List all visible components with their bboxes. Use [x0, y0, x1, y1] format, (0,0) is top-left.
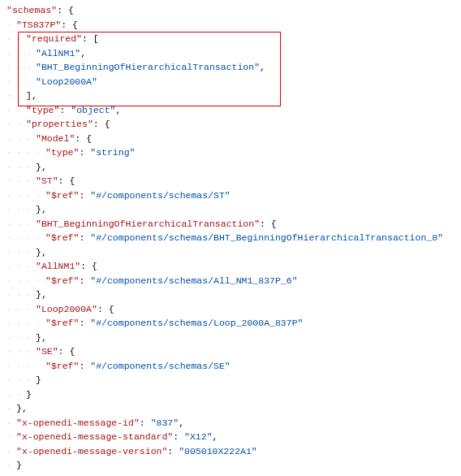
code-line: ···"Loop2000A" [0, 75, 461, 89]
json-string: "837" [151, 418, 179, 428]
code-line: ··], [0, 89, 461, 103]
code-line: ···}, [0, 160, 461, 175]
json-key: "schemas" [6, 5, 57, 15]
json-key: "required" [26, 33, 82, 44]
json-key: "properties" [26, 119, 93, 129]
code-line: ···"ST": { [0, 174, 461, 188]
json-key: "$ref" [45, 275, 79, 286]
json-key: "x-openedi-message-standard" [16, 431, 173, 442]
code-line: ···}, [0, 245, 461, 260]
json-key: "x-openedi-message-version" [16, 446, 167, 457]
json-string: "X12" [184, 431, 213, 442]
code-line: ···}, [0, 202, 461, 217]
code-line: ····"type": "string" [0, 145, 461, 160]
json-key: "Model" [36, 133, 75, 144]
json-key: "TS837P" [16, 19, 61, 30]
code-line: ···} [0, 373, 461, 387]
code-line: ·"x-openedi-message-id": "837", [0, 416, 461, 431]
json-key: "Loop2000A" [36, 304, 97, 314]
json-key: "$ref" [45, 318, 79, 328]
code-line: ····"$ref": "#/components/schemas/BHT_Be… [0, 231, 461, 245]
json-key: "type" [26, 105, 59, 115]
json-key: "AllNM1" [36, 261, 80, 271]
code-line: ·} [0, 458, 461, 473]
code-line: ···}, [0, 288, 461, 302]
json-string: "#/components/schemas/SE" [90, 361, 230, 371]
code-line: ···"BHT_BeginningOfHierarchicalTransacti… [0, 217, 461, 232]
code-line: ····"$ref": "#/components/schemas/ST" [0, 188, 461, 203]
code-line: ····"$ref": "#/components/schemas/SE" [0, 359, 461, 374]
code-line: ·"TS837P": { [0, 18, 461, 32]
code-line: ··} [0, 387, 461, 402]
json-string: "#/components/schemas/All_NM1_837P_6" [90, 275, 297, 286]
json-key: "ST" [36, 175, 58, 186]
json-key: "$ref" [45, 361, 79, 371]
json-string: "object" [71, 105, 115, 115]
code-line: ····"$ref": "#/components/schemas/Loop_2… [0, 316, 461, 331]
code-line: ···"Model": { [0, 132, 461, 146]
code-line: ·"x-openedi-message-version": "005010X22… [0, 444, 461, 459]
code-line: ···"AllNM1", [0, 46, 461, 61]
json-key: "BHT_BeginningOfHierarchicalTransaction" [36, 219, 260, 229]
json-key: "x-openedi-message-id" [16, 418, 140, 428]
json-string: "Loop2000A" [36, 76, 97, 87]
json-string: "005010X222A1" [179, 446, 257, 457]
json-key: "$ref" [45, 232, 79, 243]
code-line: ·}, [0, 401, 461, 416]
code-line: ····"$ref": "#/components/schemas/All_NM… [0, 274, 461, 288]
code-line: ··"type": "object", [0, 103, 461, 118]
code-line: "schemas": { [0, 3, 461, 18]
json-string: "AllNM1" [36, 48, 80, 58]
json-string: "#/components/schemas/ST" [90, 190, 230, 201]
json-key: "$ref" [45, 190, 79, 201]
json-string: "#/components/schemas/BHT_BeginningOfHie… [90, 232, 443, 243]
code-line: ··"properties": { [0, 117, 461, 132]
code-editor: "schemas": { ·"TS837P": { ··"required": … [0, 0, 461, 476]
code-line: ···"AllNM1": { [0, 259, 461, 274]
json-string: "#/components/schemas/Loop_2000A_837P" [90, 318, 303, 328]
code-line: ···}, [0, 331, 461, 345]
code-line: ·"x-openedi-message-standard": "X12", [0, 430, 461, 444]
code-line: ···"Loop2000A": { [0, 302, 461, 317]
json-string: "BHT_BeginningOfHierarchicalTransaction" [36, 62, 260, 72]
json-string: "string" [90, 147, 135, 158]
code-line: ··"required": [ [0, 32, 461, 46]
json-key: "SE" [36, 346, 58, 357]
json-key: "type" [45, 147, 79, 158]
code-line: ···"BHT_BeginningOfHierarchicalTransacti… [0, 60, 461, 75]
code-line: ···"SE": { [0, 344, 461, 359]
